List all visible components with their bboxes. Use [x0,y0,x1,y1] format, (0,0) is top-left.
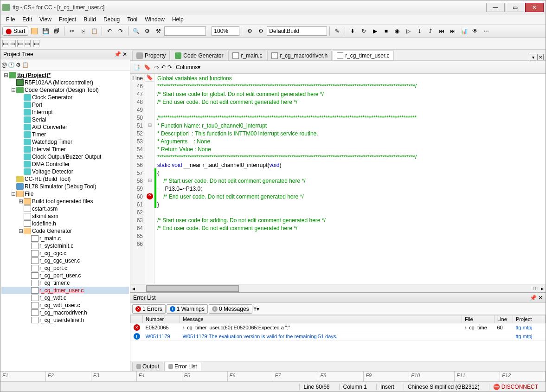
col-project[interactable]: Project [513,315,546,323]
tab-rmain[interactable]: r_main.c [228,51,266,60]
tab-property[interactable]: Property [132,51,170,60]
tab-timer-user[interactable]: r_cg_timer_user.c [333,51,393,60]
start-button[interactable]: ⬤ Start [2,26,28,36]
step-over-icon[interactable]: ⤵ [414,26,424,36]
f6[interactable]: F6 [228,372,273,381]
tab-dropdown-icon[interactable]: ▾ [530,54,536,60]
tree-node[interactable]: r_main.c [1,235,129,242]
tree-node[interactable]: A/D Converter [1,123,129,131]
tree-node[interactable]: RL78 Simulator (Debug Tool) [1,183,129,190]
project-tree[interactable]: ⊟ttg (Project)*R5F102AA (Microcontroller… [0,71,130,371]
col-number[interactable]: Number [143,315,180,323]
go-icon[interactable]: ▶ [370,26,380,36]
window5-icon[interactable]: ▭ [33,40,39,47]
download-icon[interactable]: ⬇ [347,26,358,36]
tree-node[interactable]: Clock Output/Buzzer Output [1,153,129,161]
tree-node[interactable]: ⊟File [1,190,129,198]
menu-view[interactable]: View [36,15,55,24]
redo-icon[interactable]: ↷ [116,26,126,36]
tree-node[interactable]: ⊟Code Generator [1,227,129,235]
code-content[interactable]: Global variables and functions**********… [154,74,546,284]
tree-node[interactable]: stkinit.asm [1,212,129,220]
f3[interactable]: F3 [91,372,137,381]
trace-icon[interactable]: 📊 [459,26,469,36]
warnings-filter[interactable]: !1 Warnings [167,304,208,314]
tree-node[interactable]: r_cg_cgc.c [1,250,129,257]
output-tab[interactable]: Output [132,362,163,371]
tree-node[interactable]: r_cg_macrodriver.h [1,309,129,316]
tree-node[interactable]: cstart.asm [1,205,129,212]
tree-node[interactable]: Interrupt [1,109,129,116]
sort-icon[interactable]: 📋 [22,62,29,68]
tree-node[interactable]: r_cg_cgc_user.c [1,257,129,264]
menu-project[interactable]: Project [55,15,80,24]
tree-node[interactable]: Interval Timer [1,146,129,153]
code-editor[interactable]: Line 46474849505152535455565758596061626… [130,74,546,284]
menu-debug[interactable]: Debug [100,15,123,24]
window4-icon[interactable]: ▭ [25,40,31,47]
undo-icon[interactable]: ↶ [104,26,115,36]
f8[interactable]: F8 [318,372,364,381]
tree-node[interactable]: r_systeminit.c [1,242,129,250]
error-pin-icon[interactable]: 📌 ✕ [530,295,543,301]
scrollbar-thumb[interactable] [146,285,239,292]
window2-icon[interactable]: ▭ [10,40,16,47]
messages-filter[interactable]: i0 Messages [209,304,252,314]
save-icon[interactable]: 💾 [40,26,51,36]
copy-icon[interactable]: ⎘ [78,26,88,36]
tree-node[interactable]: r_cg_port.c [1,264,129,272]
tree-node[interactable]: CC-RL (Build Tool) [1,175,129,183]
save-all-icon[interactable]: 🗐 [51,26,62,36]
tree-node[interactable]: r_cg_userdefine.h [1,316,129,324]
error-table[interactable]: Number Message File Line Project ✕E05200… [130,315,546,361]
tree-node[interactable]: Serial [1,116,129,123]
tree-node[interactable]: r_cg_wdt.c [1,294,129,302]
f2[interactable]: F2 [46,372,91,381]
columns-dropdown[interactable]: Columns▾ [176,64,200,71]
tree-node[interactable]: r_cg_timer_user.c [1,287,129,294]
f12[interactable]: F12 [500,372,546,381]
config-icon[interactable]: ⚙ [244,26,255,36]
target-combo[interactable] [164,26,206,36]
tab-close-icon[interactable]: ✕ [537,54,544,60]
watch-icon[interactable]: 👁 [470,26,480,36]
tree-node[interactable]: r_cg_wdt_user.c [1,302,129,309]
fwd2-nav-icon[interactable]: ↷ [167,64,172,71]
config2-icon[interactable]: ⚙ [256,26,266,36]
menu-window[interactable]: Window [141,15,168,24]
tree-node[interactable]: ⊟ttg (Project)* [1,71,129,79]
rebuild-icon[interactable]: ⚒ [153,26,163,36]
rewind-icon[interactable]: ⏮ [437,26,447,36]
menu-tool[interactable]: Tool [123,15,141,24]
break-icon[interactable]: ◉ [392,26,402,36]
errors-filter[interactable]: ✕1 Errors [132,304,166,314]
col-file[interactable]: File [462,315,495,323]
tool1-icon[interactable]: ✎ [332,26,342,36]
maximize-button[interactable]: ▭ [506,3,524,12]
back-nav-icon[interactable]: ↶ [161,64,166,71]
cut-icon[interactable]: ✂ [67,26,77,36]
tree-node[interactable]: Port [1,101,129,109]
tree-node[interactable]: r_cg_port_user.c [1,272,129,279]
horizontal-scrollbar[interactable]: ◂ ⫶⫶⫶ ▸ [130,284,546,292]
tree-node[interactable]: DMA Controller [1,161,129,168]
fwd-nav-icon[interactable]: ⇨ [154,64,159,71]
nav-icon[interactable]: 📑 [133,64,140,71]
col-message[interactable]: Message [180,315,462,323]
refresh-icon[interactable]: @ [1,62,7,68]
error-row[interactable]: !W0511179W0511179:The evaluation version… [131,332,546,341]
menu-help[interactable]: Help [168,15,187,24]
reset-icon[interactable]: ↻ [359,26,369,36]
status-connection[interactable]: ⛔DISCONNECT [489,384,542,390]
tree-node[interactable]: R5F102AA (Microcontroller) [1,79,129,86]
step-out-icon[interactable]: ⤴ [425,26,436,36]
tree-node[interactable]: Voltage Detector [1,168,129,175]
zoom-combo[interactable] [212,26,239,36]
clock-icon[interactable]: 🕐 [8,62,15,68]
gear-icon[interactable]: ⚙ [16,62,21,68]
pin-icon[interactable]: 📌 ✕ [114,51,127,58]
f9[interactable]: F9 [364,372,409,381]
open-icon[interactable] [29,26,39,36]
stop-icon[interactable]: ■ [381,26,391,36]
window1-icon[interactable]: ▭ [2,40,8,47]
